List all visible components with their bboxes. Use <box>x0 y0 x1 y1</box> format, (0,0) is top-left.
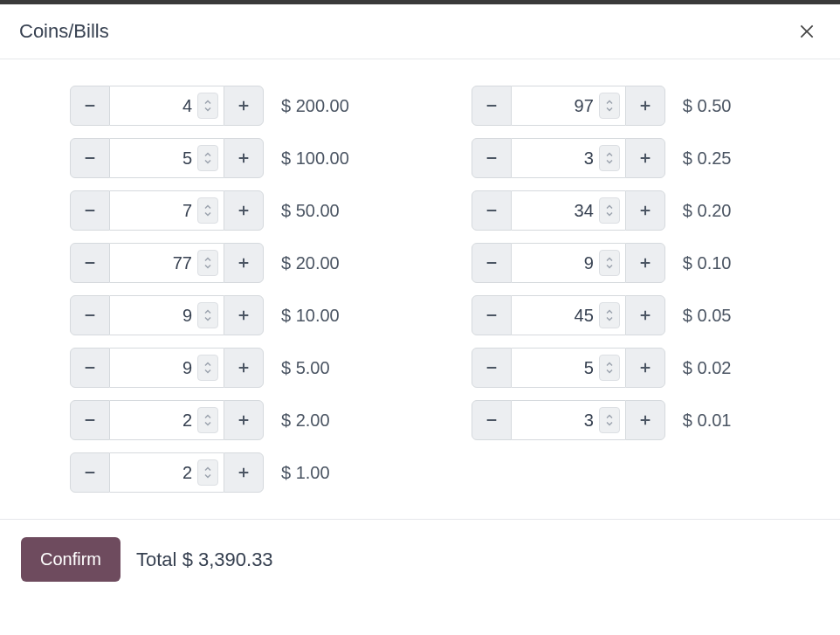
decrement-button[interactable] <box>70 138 110 178</box>
decrement-button[interactable] <box>472 243 512 283</box>
denomination-row: $ 0.25 <box>472 138 732 178</box>
denomination-row: $ 1.00 <box>70 452 349 493</box>
decrement-button[interactable] <box>70 190 110 231</box>
spinner-buttons[interactable] <box>197 355 218 381</box>
denomination-row: $ 0.05 <box>472 295 732 335</box>
increment-button[interactable] <box>625 348 665 388</box>
quantity-input-wrap <box>512 190 625 231</box>
denomination-row: $ 100.00 <box>70 138 349 178</box>
decrement-button[interactable] <box>472 86 512 126</box>
denomination-row: $ 0.01 <box>472 400 732 440</box>
decrement-button[interactable] <box>472 400 512 440</box>
decrement-button[interactable] <box>70 452 110 493</box>
denomination-row: $ 200.00 <box>70 86 349 126</box>
quantity-stepper <box>472 400 665 440</box>
coins-bills-dialog: Coins/Bills $ 200.00$ 100.00$ 50.00$ 20.… <box>0 4 840 599</box>
total-label: Total <box>136 549 176 570</box>
decrement-button[interactable] <box>472 190 512 231</box>
quantity-input-wrap <box>512 295 625 335</box>
spinner-buttons[interactable] <box>599 197 620 224</box>
quantity-stepper <box>70 190 264 231</box>
denomination-label: $ 20.00 <box>281 253 340 273</box>
increment-button[interactable] <box>625 86 665 126</box>
quantity-stepper <box>472 138 665 178</box>
quantity-stepper <box>472 86 665 126</box>
dialog-header: Coins/Bills <box>0 4 840 59</box>
spinner-buttons[interactable] <box>599 93 620 119</box>
quantity-input-wrap <box>512 243 625 283</box>
spinner-buttons[interactable] <box>599 302 620 328</box>
increment-button[interactable] <box>625 138 665 178</box>
quantity-input-wrap <box>512 86 625 126</box>
denomination-row: $ 2.00 <box>70 400 349 440</box>
increment-button[interactable] <box>224 452 264 493</box>
coins-column: $ 0.50$ 0.25$ 0.20$ 0.10$ 0.05$ 0.02$ 0.… <box>472 86 732 493</box>
decrement-button[interactable] <box>472 138 512 178</box>
decrement-button[interactable] <box>70 243 110 283</box>
denomination-label: $ 1.00 <box>281 463 330 483</box>
dialog-footer: Confirm Total $ 3,390.33 <box>0 519 840 599</box>
denomination-label: $ 0.02 <box>683 358 732 378</box>
increment-button[interactable] <box>224 190 264 231</box>
quantity-stepper <box>472 243 665 283</box>
decrement-button[interactable] <box>472 348 512 388</box>
increment-button[interactable] <box>224 243 264 283</box>
quantity-stepper <box>472 190 665 231</box>
increment-button[interactable] <box>625 190 665 231</box>
spinner-buttons[interactable] <box>197 93 218 119</box>
denomination-row: $ 20.00 <box>70 243 349 283</box>
increment-button[interactable] <box>224 400 264 440</box>
denomination-row: $ 0.20 <box>472 190 732 231</box>
denomination-row: $ 10.00 <box>70 295 349 335</box>
denomination-row: $ 0.02 <box>472 348 732 388</box>
spinner-buttons[interactable] <box>197 197 218 224</box>
quantity-input-wrap <box>110 86 224 126</box>
quantity-input-wrap <box>512 348 625 388</box>
denomination-label: $ 0.05 <box>683 306 732 326</box>
bills-column: $ 200.00$ 100.00$ 50.00$ 20.00$ 10.00$ 5… <box>70 86 349 493</box>
denomination-label: $ 10.00 <box>281 306 340 326</box>
denomination-label: $ 2.00 <box>281 411 330 431</box>
quantity-stepper <box>70 295 264 335</box>
spinner-buttons[interactable] <box>197 250 218 276</box>
confirm-button[interactable]: Confirm <box>21 537 120 582</box>
decrement-button[interactable] <box>472 295 512 335</box>
dialog-title: Coins/Bills <box>19 20 109 43</box>
increment-button[interactable] <box>224 348 264 388</box>
quantity-input-wrap <box>512 400 625 440</box>
increment-button[interactable] <box>224 86 264 126</box>
quantity-input-wrap <box>110 348 224 388</box>
quantity-stepper <box>70 138 264 178</box>
denomination-row: $ 50.00 <box>70 190 349 231</box>
spinner-buttons[interactable] <box>599 250 620 276</box>
spinner-buttons[interactable] <box>599 355 620 381</box>
spinner-buttons[interactable] <box>197 145 218 171</box>
quantity-input-wrap <box>110 295 224 335</box>
spinner-buttons[interactable] <box>197 302 218 328</box>
denomination-label: $ 0.25 <box>683 148 732 169</box>
increment-button[interactable] <box>625 243 665 283</box>
quantity-input-wrap <box>512 138 625 178</box>
increment-button[interactable] <box>625 295 665 335</box>
quantity-stepper <box>70 348 264 388</box>
spinner-buttons[interactable] <box>197 407 218 433</box>
denomination-label: $ 5.00 <box>281 358 330 378</box>
quantity-stepper <box>70 452 264 493</box>
decrement-button[interactable] <box>70 400 110 440</box>
quantity-stepper <box>70 86 264 126</box>
denomination-row: $ 5.00 <box>70 348 349 388</box>
increment-button[interactable] <box>224 138 264 178</box>
quantity-input-wrap <box>110 452 224 493</box>
decrement-button[interactable] <box>70 348 110 388</box>
spinner-buttons[interactable] <box>599 145 620 171</box>
increment-button[interactable] <box>224 295 264 335</box>
spinner-buttons[interactable] <box>197 459 218 486</box>
quantity-input-wrap <box>110 138 224 178</box>
decrement-button[interactable] <box>70 86 110 126</box>
denomination-label: $ 0.20 <box>683 201 732 221</box>
decrement-button[interactable] <box>70 295 110 335</box>
spinner-buttons[interactable] <box>599 407 620 433</box>
denomination-label: $ 0.50 <box>683 96 732 116</box>
close-icon[interactable] <box>796 21 817 42</box>
increment-button[interactable] <box>625 400 665 440</box>
